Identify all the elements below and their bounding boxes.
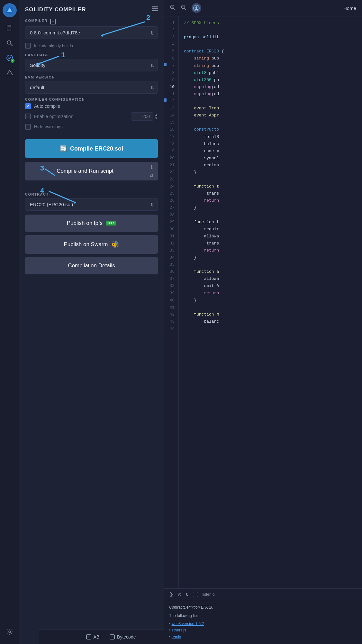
optimization-number-input[interactable] (131, 112, 153, 121)
compiler-config-section: COMPILER CONFIGURATION ✓ Auto compile En… (25, 97, 158, 133)
compiler-label-row: COMPILER + (25, 19, 158, 24)
line-num-27: 27 (168, 204, 175, 211)
abi-label: ABI (94, 634, 101, 639)
line-num-20: 20 (168, 155, 175, 162)
svg-point-11 (9, 631, 11, 633)
line-num-29: 29 (168, 219, 175, 226)
home-label: Home (343, 5, 356, 11)
svg-line-39 (185, 8, 186, 10)
hide-warnings-checkbox[interactable] (25, 124, 31, 130)
contract-select[interactable]: ERC20 (ERC20.sol) (25, 198, 158, 211)
compilation-details-button[interactable]: Compilation Details (25, 257, 158, 274)
compile-button-label: Compile ERC20.sol (70, 145, 123, 152)
compiler-version-wrapper: 0.8.0+commit.c7dfd78e ⇅ (25, 26, 158, 39)
line-num-22: 22 (168, 169, 175, 176)
logo-icon[interactable] (3, 3, 17, 17)
language-section: LANGUAGE SolidityYul ⇅ (25, 53, 158, 71)
lib1-link[interactable]: web3 version 1.5.2 (172, 621, 204, 626)
svg-point-42 (195, 6, 197, 8)
sidebar-item-settings[interactable] (4, 626, 15, 638)
svg-marker-10 (7, 70, 13, 75)
sidebar-item-deploy[interactable] (4, 67, 15, 78)
nightly-builds-label: Include nightly builds (34, 43, 73, 48)
listen-checkbox[interactable] (193, 592, 198, 597)
panel-header: SOLIDITY COMPILER (25, 6, 158, 13)
line-num-36: 36 (168, 268, 175, 275)
compile-run-row: Compile and Run script ℹ ⧉ (25, 162, 158, 180)
compiler-add-icon[interactable]: + (50, 19, 56, 24)
line-num-15: 15 (168, 119, 175, 126)
evm-version-select-wrapper: defaultistanbulberlinlondon ⇅ (25, 81, 158, 94)
compile-run-icons: ℹ ⧉ (145, 162, 158, 180)
lib3-link[interactable]: remix (172, 635, 181, 639)
sidebar-item-search[interactable] (4, 37, 15, 49)
optimization-stepper[interactable]: ▲ ▼ (155, 113, 158, 120)
compiler-config-label: COMPILER CONFIGURATION (25, 97, 158, 101)
publish-ipfs-button[interactable]: Publish on Ipfs IPFS (25, 215, 158, 232)
language-select[interactable]: SolidityYul (25, 59, 158, 71)
zoom-out-icon[interactable] (181, 5, 186, 12)
line-num-28: 28 (168, 212, 175, 219)
expand-icon[interactable]: ❯ (169, 591, 173, 597)
line-num-21: 21 (168, 162, 175, 169)
line-num-17: 17 (168, 133, 175, 141)
zoom-in-icon[interactable] (170, 5, 176, 12)
evm-version-label: EVM VERSION (25, 75, 158, 79)
line-num-8: 8 (168, 69, 175, 77)
svg-rect-3 (8, 25, 11, 27)
nightly-builds-checkbox[interactable] (25, 43, 31, 49)
compile-run-button[interactable]: Compile and Run script (25, 162, 145, 180)
evm-version-select[interactable]: defaultistanbulberlinlondon (25, 81, 158, 94)
sidebar-item-compiler[interactable]: ✓ (4, 52, 15, 64)
line-num-7: 7 (168, 62, 175, 69)
line-num-18: 18 (168, 141, 175, 148)
svg-line-8 (11, 44, 12, 46)
hide-warnings-label: Hide warnings (34, 124, 63, 129)
publish-swarm-button[interactable]: Publish on Swarm 🐝 (25, 235, 158, 254)
copy-icon[interactable]: ⧉ (150, 173, 153, 179)
compile-run-label: Compile and Run script (57, 168, 113, 174)
panel-menu-icon[interactable] (152, 6, 158, 13)
line-num-4: 4 (168, 41, 175, 48)
svg-line-35 (174, 8, 175, 10)
line-num-41: 41 (168, 304, 175, 311)
publish-swarm-label: Publish on Swarm (64, 241, 108, 248)
line-num-5: 5 (168, 48, 175, 55)
enable-optimization-checkbox[interactable] (25, 114, 31, 119)
line-num-1: 1 (168, 20, 175, 27)
lib2-link[interactable]: ethers.js (172, 628, 186, 632)
info-icon[interactable]: ℹ (151, 164, 153, 170)
svg-rect-24 (152, 8, 158, 9)
publish-ipfs-label: Publish on Ipfs (67, 220, 103, 226)
line-num-24: 24 (168, 183, 175, 190)
line-num-44: 44 (168, 325, 175, 332)
line-num-16: 16 (168, 126, 175, 133)
line-num-31: 31 (168, 233, 175, 240)
code-content[interactable]: // SPDX-Licens pragma solidit contract E… (179, 16, 362, 588)
line-numbers: 1 2 3 4 5 6 7 8 9 10 11 12 13 14 15 16 1… (164, 16, 179, 588)
line-num-35: 35 (168, 261, 175, 268)
language-label: LANGUAGE (25, 53, 158, 57)
sidebar-item-files[interactable] (4, 23, 15, 34)
line-num-19: 19 (168, 148, 175, 155)
code-editor: 1 2 3 4 5 6 7 8 9 10 11 12 13 14 15 16 1… (164, 16, 362, 588)
language-select-wrapper: SolidityYul ⇅ (25, 59, 158, 71)
compile-button[interactable]: 🔄 Compile ERC20.sol (25, 139, 158, 158)
block-icon: ⊘ (178, 592, 182, 597)
auto-compile-checkbox[interactable]: ✓ (25, 103, 31, 109)
contract-select-wrapper: ERC20 (ERC20.sol) ⇅ (25, 198, 158, 211)
bytecode-button[interactable]: Bytecode (110, 634, 136, 639)
line-num-42: 42 (168, 311, 175, 318)
enable-optimization-label: Enable optimization (34, 114, 73, 119)
line-num-39: 39 (168, 290, 175, 297)
evm-version-section: EVM VERSION defaultistanbulberlinlondon … (25, 75, 158, 94)
auto-compile-row: ✓ Auto compile (25, 103, 158, 109)
line-num-43: 43 (168, 318, 175, 325)
line-num-34: 34 (168, 254, 175, 261)
panel-title: SOLIDITY COMPILER (25, 6, 86, 13)
lib-list: • web3 version 1.5.2 • ethers.js • remix (169, 621, 357, 640)
contract-def-label: ContractDefinition ERC20 (169, 605, 213, 610)
compiler-version-select[interactable]: 0.8.0+commit.c7dfd78e (25, 26, 158, 39)
abi-button[interactable]: ABI (86, 634, 101, 639)
contract-label: CONTRACT (25, 192, 158, 196)
